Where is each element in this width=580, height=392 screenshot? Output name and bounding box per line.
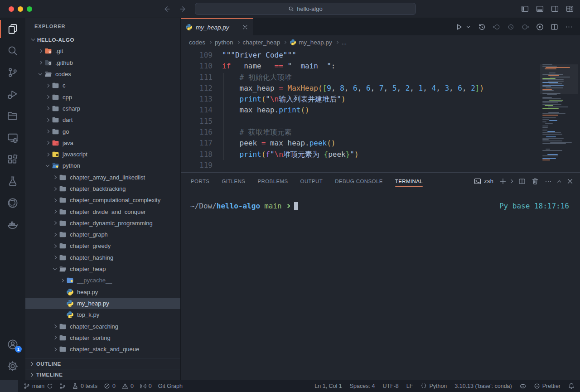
tree-item-python[interactable]: python bbox=[25, 160, 180, 171]
activity-accounts-icon[interactable]: 1 bbox=[0, 334, 25, 355]
tree-item-chapter_hashing[interactable]: chapter_hashing bbox=[25, 252, 180, 263]
status-test-count[interactable]: 0 tests bbox=[72, 383, 97, 389]
kill-terminal-icon[interactable] bbox=[532, 178, 539, 185]
activity-remote-explorer-icon[interactable] bbox=[0, 127, 25, 149]
tree-item-cpp[interactable]: cpp bbox=[25, 91, 180, 102]
tree-item-chapter_array_and_linkedlist[interactable]: chapter_array_and_linkedlist bbox=[25, 172, 180, 183]
more-actions-icon[interactable] bbox=[565, 23, 573, 31]
tree-item-heap.py[interactable]: heap.py bbox=[25, 286, 180, 298]
close-window-button[interactable] bbox=[9, 6, 14, 12]
tree-item-chapter_stack_and_queue[interactable]: chapter_stack_and_queue bbox=[25, 344, 180, 355]
toggle-panel-icon[interactable] bbox=[536, 5, 544, 13]
activity-run-and-debug-icon[interactable] bbox=[0, 83, 25, 105]
breadcrumb-item[interactable]: ... bbox=[342, 39, 347, 46]
breadcrumb-item[interactable]: codes bbox=[189, 39, 205, 46]
close-tab-icon[interactable] bbox=[242, 24, 248, 30]
status-python-interpreter[interactable]: 3.10.13 ('base': conda) bbox=[454, 383, 512, 389]
tree-item-dart[interactable]: dart bbox=[25, 114, 180, 126]
tab-my-heap[interactable]: my_heap.py bbox=[181, 18, 253, 35]
run-below-icon[interactable] bbox=[522, 23, 529, 31]
status-ports-count[interactable]: 0 bbox=[140, 383, 152, 389]
remote-indicator[interactable] bbox=[0, 380, 18, 392]
sidebar-section-outline[interactable]: OUTLINE bbox=[25, 358, 180, 369]
shell-selector[interactable]: zsh bbox=[474, 178, 493, 185]
panel-tab-ports[interactable]: PORTS bbox=[191, 173, 209, 190]
close-panel-icon[interactable] bbox=[566, 178, 574, 185]
split-terminal-icon[interactable] bbox=[518, 178, 526, 185]
navigate-forward-icon[interactable] bbox=[179, 5, 188, 13]
tree-item-chapter_backtracking[interactable]: chapter_backtracking bbox=[25, 183, 180, 194]
minimize-window-button[interactable] bbox=[18, 6, 23, 12]
tree-item-chapter_computational_complexity[interactable]: chapter_computational_complexity bbox=[25, 194, 180, 206]
zoom-window-button[interactable] bbox=[27, 6, 32, 12]
minimap-slider[interactable] bbox=[540, 64, 578, 94]
terminal-more-icon[interactable] bbox=[545, 178, 552, 185]
status-language-mode[interactable]: Python bbox=[420, 383, 447, 389]
panel-tab-terminal[interactable]: TERMINAL bbox=[395, 173, 423, 190]
status-warning-count[interactable]: 0 bbox=[122, 383, 134, 389]
tree-item-chapter_divide_and_conquer[interactable]: chapter_divide_and_conquer bbox=[25, 206, 180, 217]
sidebar-section-timeline[interactable]: TIMELINE bbox=[25, 369, 180, 380]
tree-item-chapter_searching[interactable]: chapter_searching bbox=[25, 320, 180, 332]
tree-item-chapter_heap[interactable]: chapter_heap bbox=[25, 263, 180, 275]
tree-item-javascript[interactable]: javascript bbox=[25, 149, 180, 160]
run-dropdown-icon[interactable] bbox=[465, 23, 471, 31]
code-editor[interactable]: 109110111112113114115116117118119 """Dri… bbox=[181, 49, 580, 172]
tree-item-hello-algo[interactable]: HELLO-ALGO bbox=[25, 34, 180, 45]
run-above-icon[interactable] bbox=[493, 23, 500, 31]
status-cursor-position[interactable]: Ln 1, Col 1 bbox=[314, 383, 342, 389]
status-git-graph-icon[interactable] bbox=[59, 383, 66, 389]
tree-item-chapter_sorting[interactable]: chapter_sorting bbox=[25, 332, 180, 344]
status-encoding[interactable]: UTF-8 bbox=[382, 383, 398, 389]
status-indentation[interactable]: Spaces: 4 bbox=[350, 383, 375, 389]
tree-item-go[interactable]: go bbox=[25, 126, 180, 137]
tree-item-my_heap.py[interactable]: my_heap.py bbox=[25, 298, 180, 309]
breadcrumb-item[interactable]: chapter_heap bbox=[243, 39, 280, 46]
tree-item-__pycache__[interactable]: __pycache__ bbox=[25, 275, 180, 286]
terminal-dropdown-icon[interactable] bbox=[509, 179, 513, 183]
activity-settings-icon[interactable] bbox=[0, 355, 25, 377]
tree-item-codes[interactable]: codes bbox=[25, 68, 180, 80]
tree-item-chapter_dynamic_programming[interactable]: chapter_dynamic_programming bbox=[25, 218, 180, 229]
customize-layout-icon[interactable] bbox=[566, 5, 574, 13]
status-git-branch[interactable]: main bbox=[24, 383, 53, 389]
activity-source-control-icon[interactable] bbox=[0, 62, 25, 83]
timeline-history-icon[interactable] bbox=[478, 23, 486, 31]
minimap[interactable] bbox=[542, 64, 572, 165]
status-prettier[interactable]: Prettier bbox=[534, 383, 561, 389]
toggle-secondary-sidebar-icon[interactable] bbox=[551, 5, 559, 13]
panel-tab-gitlens[interactable]: GITLENS bbox=[222, 173, 245, 190]
terminal-view[interactable]: ~/Dow/hello-algo main Py base 18:17:16 bbox=[181, 190, 580, 380]
tree-item-java[interactable]: java bbox=[25, 137, 180, 149]
breadcrumb-item[interactable]: python bbox=[215, 39, 233, 46]
navigate-back-icon[interactable] bbox=[162, 5, 170, 13]
maximize-panel-icon[interactable] bbox=[557, 180, 561, 184]
run-python-file-icon[interactable] bbox=[455, 23, 463, 31]
status-copilot[interactable] bbox=[520, 383, 526, 389]
tree-item-csharp[interactable]: csharp bbox=[25, 103, 180, 114]
activity-docker-icon[interactable] bbox=[0, 214, 25, 236]
status-notifications[interactable] bbox=[568, 383, 575, 389]
panel-tab-debug-console[interactable]: DEBUG CONSOLE bbox=[335, 173, 383, 190]
tree-item-c[interactable]: c bbox=[25, 80, 180, 91]
run-interactive-icon[interactable] bbox=[536, 23, 544, 31]
tree-item-.github[interactable]: .github bbox=[25, 57, 180, 68]
new-terminal-icon[interactable] bbox=[499, 178, 507, 185]
activity-explorer-icon[interactable] bbox=[0, 18, 25, 40]
activity-testing-icon[interactable] bbox=[0, 170, 25, 192]
activity-search-icon[interactable] bbox=[0, 40, 25, 62]
activity-github-icon[interactable] bbox=[0, 192, 25, 214]
command-center-search[interactable]: hello-algo bbox=[195, 3, 416, 15]
run-pending-icon[interactable] bbox=[507, 23, 515, 31]
panel-tab-problems[interactable]: PROBLEMS bbox=[257, 173, 288, 190]
activity-file-explorer-extra-icon[interactable] bbox=[0, 105, 25, 127]
split-editor-icon[interactable] bbox=[551, 23, 558, 31]
status-eol[interactable]: LF bbox=[406, 383, 413, 389]
status-git-graph-label[interactable]: Git Graph bbox=[158, 383, 183, 389]
breadcrumb-item[interactable]: my_heap.py bbox=[290, 39, 332, 46]
activity-extensions-icon[interactable] bbox=[0, 149, 25, 170]
tree-item-chapter_greedy[interactable]: chapter_greedy bbox=[25, 240, 180, 252]
panel-tab-output[interactable]: OUTPUT bbox=[300, 173, 323, 190]
tree-item-chapter_graph[interactable]: chapter_graph bbox=[25, 229, 180, 240]
status-error-count[interactable]: 0 bbox=[104, 383, 116, 389]
